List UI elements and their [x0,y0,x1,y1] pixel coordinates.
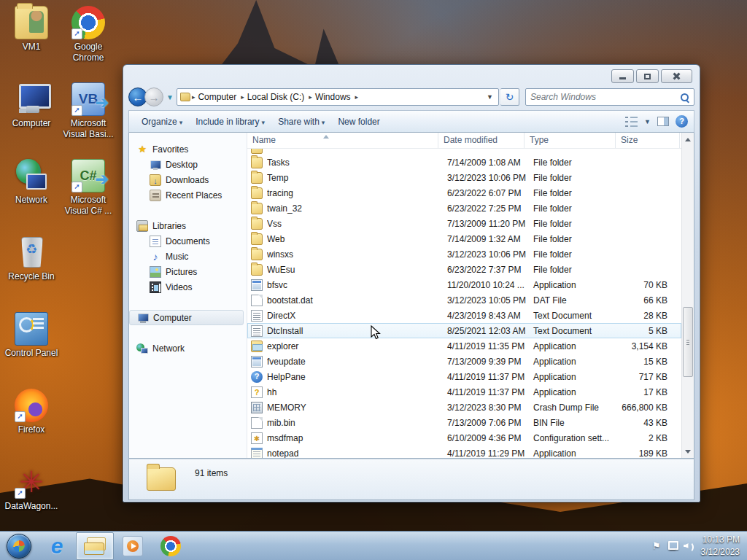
breadcrumb-segment[interactable]: Windows [312,90,354,104]
fveupdate[interactable]: fveupdate 7/13/2009 9:39 PM Application … [247,354,681,369]
file-date-modified: 6/23/2022 6:07 PM [442,188,528,198]
breadcrumb-segment[interactable]: Computer [195,90,239,104]
sidebar-item[interactable]: Recent Places [129,187,247,203]
Web[interactable]: Web 7/14/2009 1:32 AM File folder [247,231,681,246]
notepad[interactable]: notepad 4/11/2019 11:29 PM Application 1… [247,446,681,458]
action-center-flag-icon[interactable]: ⚑ [652,540,661,551]
file-name: MEMORY [267,402,442,413]
close-button[interactable] [661,69,692,83]
scrollbar-track[interactable] [682,145,694,446]
sidebar-item[interactable]: Computer [129,310,244,325]
file-row[interactable] [247,149,681,155]
MEMORY[interactable]: MEMORY 3/12/2023 8:30 PM Crash Dump File… [247,400,681,415]
desktop-icon[interactable]: Microsoft Visual C# ... [60,158,117,234]
forward-button[interactable]: → [144,88,163,106]
sidebar-item-label: Favorites [152,144,188,155]
sidebar-item[interactable]: Desktop [129,157,247,172]
file-type-icon [251,310,263,322]
file-date-modified: 4/11/2019 11:29 PM [442,448,528,459]
sidebar-item[interactable]: Network [129,341,247,356]
column-header[interactable]: Name [247,133,438,148]
sidebar-item-label: Pictures [166,267,197,277]
refresh-button[interactable]: ↻ [500,88,519,106]
WuEsu[interactable]: WuEsu 6/23/2022 7:37 PM File folder [247,262,681,277]
change-view-dropdown-icon[interactable]: ▼ [644,118,651,125]
hh[interactable]: hh 4/11/2019 11:37 PM Application 17 KB [247,384,681,400]
desktop-icon[interactable]: Microsoft Visual Basi... [60,81,117,158]
bootstat.dat[interactable]: bootstat.dat 3/12/2023 10:05 PM DAT File… [247,292,681,308]
volume-tray-icon[interactable] [684,541,695,551]
sidebar-item[interactable]: Favorites [129,141,247,157]
HelpPane[interactable]: HelpPane 4/11/2019 11:37 PM Application … [247,369,681,384]
desktop-icon-label: DataWagon... [5,501,58,512]
file-name: winsxs [267,249,442,260]
scroll-up-button[interactable] [682,133,694,145]
maximize-button[interactable] [636,69,659,83]
bfsvc[interactable]: bfsvc 11/20/2010 10:24 ... Application 7… [247,277,681,292]
command-bar-item[interactable]: Include in library▾ [189,114,271,130]
start-button[interactable] [0,532,38,560]
file-type-icon [251,172,263,184]
msdfmap[interactable]: msdfmap 6/10/2009 4:36 PM Configuration … [247,430,681,446]
desktop-icon[interactable]: Google Chrome [60,4,117,81]
minimize-button[interactable] [611,69,634,83]
window-titlebar[interactable] [128,65,694,85]
sidebar-item[interactable]: Music [129,249,247,264]
desktop-icon[interactable]: Recycle Bin [3,234,60,311]
windows-explorer[interactable] [76,532,114,560]
internet-explorer[interactable]: e [38,532,76,560]
command-bar-item[interactable]: New folder [331,114,388,130]
sidebar-item[interactable]: Libraries [129,218,247,233]
media-player[interactable] [114,532,152,560]
recent-pages-dropdown[interactable]: ▼ [166,93,174,101]
twain_32[interactable]: twain_32 6/23/2022 7:25 PM File folder [247,201,681,216]
scrollbar-thumb[interactable] [683,307,693,377]
search-box[interactable] [525,88,694,106]
sidebar-item[interactable]: Downloads [129,172,247,187]
DirectX[interactable]: DirectX 4/23/2019 8:43 AM Text Document … [247,308,681,323]
desktop-icon[interactable]: Network [3,158,60,234]
desktop-icon[interactable]: Firefox [3,387,60,464]
column-header[interactable]: Date modified [438,133,525,148]
command-bar-item[interactable]: Share with▾ [271,114,331,130]
chrome[interactable] [152,532,190,560]
breadcrumb-segment[interactable]: Local Disk (C:) [244,90,308,104]
file-size: 5 KB [619,326,673,336]
search-input[interactable] [530,92,680,102]
column-header[interactable]: Size [616,133,680,148]
sidebar-item[interactable]: Documents [129,233,247,249]
help-icon[interactable]: ? [676,115,688,128]
desktop-icon[interactable]: VM1 [3,4,60,81]
close-icon [673,72,681,80]
network-tray-icon[interactable] [667,541,678,551]
file-date-modified: 3/12/2023 10:05 PM [442,295,528,306]
sidebar-item[interactable]: Videos [129,279,247,295]
tracing[interactable]: tracing 6/23/2022 6:07 PM File folder [247,185,681,201]
vertical-scrollbar[interactable] [681,133,694,458]
command-bar-item[interactable]: Organize▾ [135,114,189,130]
file-size: 28 KB [619,311,673,321]
command-bar-item-label: Organize [142,117,177,127]
column-header-label: Date modified [444,135,498,145]
change-view-icon[interactable] [625,117,638,127]
desktop-icon[interactable]: Control Panel [3,311,60,387]
mib.bin[interactable]: mib.bin 7/13/2009 7:06 PM BIN File 43 KB [247,415,681,430]
Vss[interactable]: Vss 7/13/2009 11:20 PM File folder [247,216,681,231]
address-bar[interactable]: ▸Computer ▸Local Disk (C:) ▸Windows ▸ ▼ [177,88,499,106]
DtcInstall[interactable]: DtcInstall 8/25/2021 12:03 AM Text Docum… [247,323,681,338]
winsxs[interactable]: winsxs 3/12/2023 10:06 PM File folder [247,246,681,262]
sidebar-item[interactable]: Pictures [129,264,247,279]
file-size: 17 KB [619,387,673,397]
desktop-icon[interactable]: DataWagon... [3,464,60,540]
Temp[interactable]: Temp 3/12/2023 10:06 PM File folder [247,170,681,185]
Tasks[interactable]: Tasks 7/14/2009 1:08 AM File folder [247,155,681,170]
scroll-down-button[interactable] [682,446,694,458]
preview-pane-icon[interactable] [657,117,669,126]
explorer[interactable]: explorer 4/11/2019 11:35 PM Application … [247,338,681,354]
address-dropdown-icon[interactable]: ▼ [484,93,495,101]
taskbar-clock[interactable]: 10:13 PM 3/12/2023 [701,534,740,557]
command-bar-item-label: Include in library [196,117,259,127]
desktop-icon[interactable]: Computer [3,81,60,158]
status-bar: 91 items [128,459,694,500]
column-header[interactable]: Type [525,133,616,148]
